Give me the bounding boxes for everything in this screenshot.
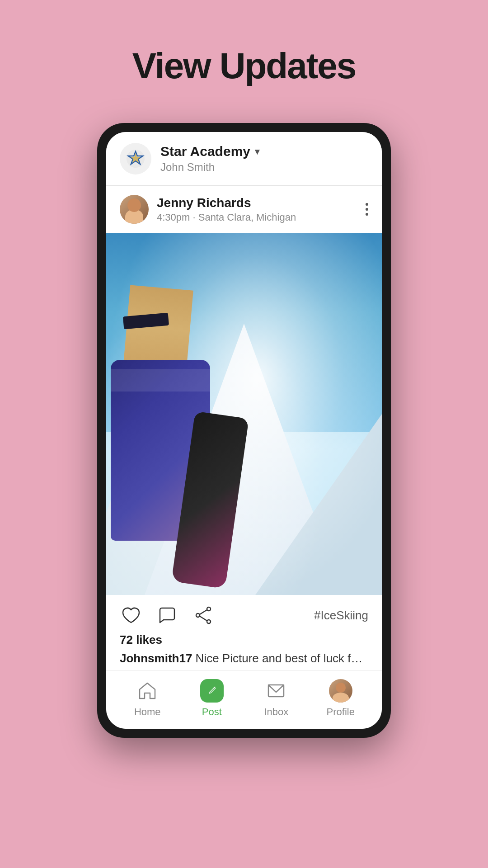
post-header: Jenny Richards 4:30pm · Santa Clara, Mic… [106,186,382,233]
header-info: Star Academy ▾ John Smith [160,144,259,174]
more-options-button[interactable] [366,203,368,216]
comment-text: Nice Picture and best of luck for your [192,651,368,665]
action-icons-row: #IceSkiing [120,604,368,627]
inbox-icon [264,679,288,703]
nav-item-profile[interactable]: Profile [309,679,373,718]
svg-line-6 [200,610,207,614]
home-icon [136,679,159,703]
nav-item-inbox[interactable]: Inbox [244,679,309,718]
post-icon [200,679,224,703]
svg-point-4 [196,613,200,617]
nav-label-post: Post [202,706,222,718]
page-title: View Updates [132,45,356,87]
nav-item-post[interactable]: Post [180,679,244,718]
likes-count: 72 likes [120,633,368,647]
header-username: John Smith [160,161,259,174]
nav-label-home: Home [134,706,161,718]
dropdown-chevron: ▾ [255,146,259,157]
phone-device: Star Academy ▾ John Smith Jenny Richards… [97,123,391,738]
share-button[interactable] [192,604,215,627]
avatar [120,195,149,224]
svg-line-7 [200,616,207,621]
app-header: Star Academy ▾ John Smith [106,132,382,186]
nav-label-inbox: Inbox [264,706,288,718]
nav-item-home[interactable]: Home [115,679,180,718]
comment-preview: Johnsmith17 Nice Picture and best of luc… [120,651,368,665]
bottom-nav: Home Post Inbox [106,670,382,729]
post-meta: 4:30pm · Santa Clara, Michigan [157,212,296,223]
app-logo [120,143,151,175]
profile-avatar [329,679,352,703]
hashtag-label: #IceSkiing [314,609,368,623]
svg-point-3 [207,607,211,611]
person-silhouette [115,288,224,595]
like-button[interactable] [120,604,142,627]
post-user-info: Jenny Richards 4:30pm · Santa Clara, Mic… [120,195,296,224]
header-academy-name[interactable]: Star Academy ▾ [160,144,259,159]
phone-screen: Star Academy ▾ John Smith Jenny Richards… [106,132,382,729]
nav-label-profile: Profile [327,706,355,718]
post-image [106,233,382,595]
comment-button[interactable] [156,604,178,627]
comment-username: Johnsmith17 [120,651,192,665]
post-actions: #IceSkiing 72 likes Johnsmith17 Nice Pic… [106,595,382,670]
post-user-text: Jenny Richards 4:30pm · Santa Clara, Mic… [157,196,296,223]
svg-point-5 [207,620,211,623]
post-author-name: Jenny Richards [157,196,296,210]
